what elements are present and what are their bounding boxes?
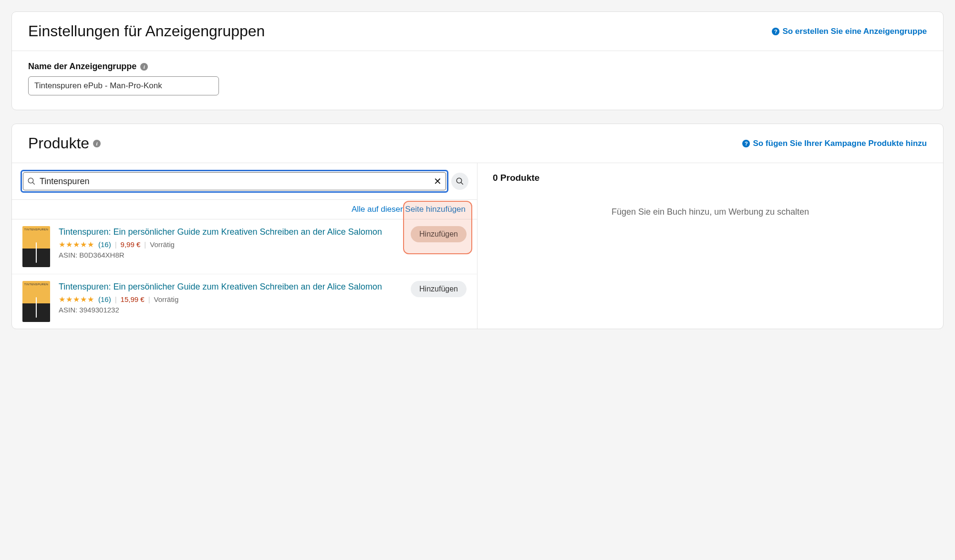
settings-help-link[interactable]: ? So erstellen Sie eine Anzeigengruppe xyxy=(772,27,927,36)
product-price: 9,99 € xyxy=(121,240,141,249)
search-icon xyxy=(456,177,464,186)
product-title-link[interactable]: Tintenspuren: Ein persönlicher Guide zum… xyxy=(59,226,402,238)
settings-header: Einstellungen für Anzeigengruppen ? So e… xyxy=(12,12,943,51)
add-product-button[interactable]: Hinzufügen xyxy=(411,281,467,297)
ad-group-settings-card: Einstellungen für Anzeigengruppen ? So e… xyxy=(11,11,944,110)
products-card: Produkte i ? So fügen Sie Ihrer Kampagne… xyxy=(11,124,944,329)
product-row: Tintenspuren: Ein persönlicher Guide zum… xyxy=(12,274,477,329)
product-search-input[interactable] xyxy=(40,176,430,187)
clear-icon[interactable]: ✕ xyxy=(434,176,442,187)
product-thumbnail[interactable] xyxy=(22,281,50,322)
add-all-link[interactable]: Alle auf dieser Seite hinzufügen xyxy=(352,205,466,214)
search-icon xyxy=(27,177,36,186)
product-thumbnail[interactable] xyxy=(22,226,50,267)
review-count[interactable]: (16) xyxy=(98,295,111,303)
product-meta: ★★★★★(16) | 15,99 € | Vorrätig xyxy=(59,295,402,304)
info-icon[interactable]: i xyxy=(93,140,101,147)
review-count[interactable]: (16) xyxy=(98,240,111,249)
settings-title: Einstellungen für Anzeigengruppen xyxy=(28,22,265,40)
product-stock: Vorrätig xyxy=(154,295,179,303)
product-asin: ASIN: 3949301232 xyxy=(59,306,402,314)
products-search-panel: ✕ Alle auf dieser Seite hinzufügen Tinte… xyxy=(12,163,478,329)
search-wrap: ✕ xyxy=(21,170,448,193)
product-meta: ★★★★★(16) | 9,99 € | Vorrätig xyxy=(59,240,402,249)
selected-products-panel: 0 Produkte Fügen Sie ein Buch hinzu, um … xyxy=(478,163,943,329)
product-price: 15,99 € xyxy=(121,295,145,303)
svg-line-3 xyxy=(461,182,463,185)
settings-body: Name der Anzeigengruppe i xyxy=(12,51,943,110)
products-help-link[interactable]: ? So fügen Sie Ihrer Kampagne Produkte h… xyxy=(742,139,927,148)
products-header: Produkte i ? So fügen Sie Ihrer Kampagne… xyxy=(12,124,943,163)
search-row: ✕ xyxy=(12,163,477,200)
products-title: Produkte i xyxy=(28,135,101,152)
search-button[interactable] xyxy=(451,173,468,190)
product-row: Tintenspuren: Ein persönlicher Guide zum… xyxy=(12,219,477,274)
svg-line-1 xyxy=(32,182,35,185)
help-icon: ? xyxy=(742,140,750,147)
selected-count: 0 Produkte xyxy=(493,173,928,183)
help-icon: ? xyxy=(772,28,779,35)
svg-point-2 xyxy=(457,178,462,183)
add-all-row: Alle auf dieser Seite hinzufügen xyxy=(12,200,477,219)
product-title-link[interactable]: Tintenspuren: Ein persönlicher Guide zum… xyxy=(59,281,402,293)
star-rating-icon: ★★★★★ xyxy=(59,240,94,249)
star-rating-icon: ★★★★★ xyxy=(59,295,94,304)
info-icon[interactable]: i xyxy=(140,63,148,71)
add-product-button[interactable]: Hinzufügen xyxy=(411,226,467,242)
product-stock: Vorrätig xyxy=(150,240,175,249)
products-split: ✕ Alle auf dieser Seite hinzufügen Tinte… xyxy=(12,163,943,329)
svg-point-0 xyxy=(28,178,33,183)
settings-help-text: So erstellen Sie eine Anzeigengruppe xyxy=(782,27,927,36)
product-info: Tintenspuren: Ein persönlicher Guide zum… xyxy=(59,281,402,314)
product-info: Tintenspuren: Ein persönlicher Guide zum… xyxy=(59,226,402,259)
products-help-text: So fügen Sie Ihrer Kampagne Produkte hin… xyxy=(753,139,927,148)
product-asin: ASIN: B0D364XH8R xyxy=(59,251,402,259)
adgroup-name-label: Name der Anzeigengruppe i xyxy=(28,62,927,72)
empty-state-message: Fügen Sie ein Buch hinzu, um Werbung zu … xyxy=(493,207,928,217)
adgroup-name-input[interactable] xyxy=(28,76,219,95)
